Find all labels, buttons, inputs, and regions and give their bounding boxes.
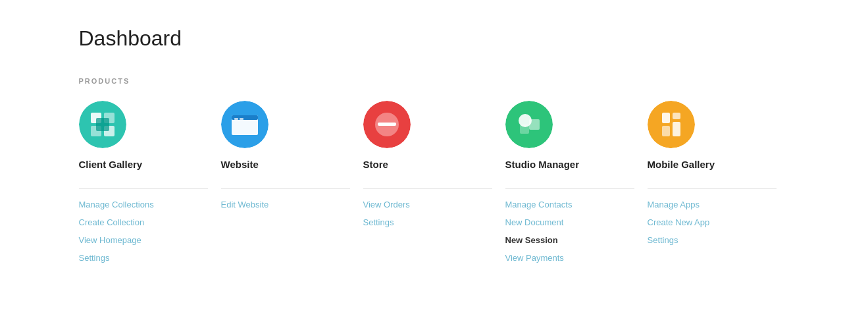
svg-rect-17 — [520, 124, 529, 134]
product-divider-studio-manager — [505, 188, 634, 189]
product-link-client-gallery-view-homepage[interactable]: View Homepage — [79, 235, 208, 245]
product-icon-studio-manager — [505, 101, 553, 148]
product-link-mobile-gallery-settings[interactable]: Settings — [648, 235, 777, 245]
products-grid: Client GalleryManage CollectionsCreate C… — [79, 101, 790, 263]
product-link-mobile-gallery-manage-apps[interactable]: Manage Apps — [648, 200, 777, 209]
svg-rect-16 — [529, 119, 540, 130]
product-link-studio-manager-new-document[interactable]: New Document — [505, 217, 634, 227]
svg-rect-5 — [96, 118, 109, 131]
product-header-website: Website — [221, 101, 350, 178]
product-link-studio-manager-new-session[interactable]: New Session — [505, 235, 634, 245]
product-links-website: Edit Website — [221, 200, 350, 209]
product-header-client-gallery: Client Gallery — [79, 101, 208, 178]
product-col-studio-manager: Studio ManagerManage ContactsNew Documen… — [505, 101, 648, 263]
product-link-client-gallery-settings[interactable]: Settings — [79, 253, 208, 263]
product-header-store: Store — [363, 101, 492, 178]
svg-rect-10 — [240, 118, 243, 120]
product-divider-website — [221, 188, 350, 189]
product-col-store: StoreView OrdersSettings — [363, 101, 505, 263]
product-header-studio-manager: Studio Manager — [505, 101, 634, 178]
product-link-store-settings[interactable]: Settings — [363, 217, 492, 227]
product-icon-store — [363, 101, 411, 148]
product-link-studio-manager-view-payments[interactable]: View Payments — [505, 253, 634, 263]
section-label: PRODUCTS — [79, 77, 790, 85]
svg-rect-13 — [378, 123, 396, 126]
product-icon-client-gallery — [79, 101, 126, 148]
product-link-mobile-gallery-create-new-app[interactable]: Create New App — [648, 217, 777, 227]
product-header-mobile-gallery: Mobile Gallery — [648, 101, 777, 178]
page-title: Dashboard — [79, 26, 790, 51]
product-link-website-edit-website[interactable]: Edit Website — [221, 200, 350, 209]
product-name-studio-manager: Studio Manager — [505, 159, 580, 170]
product-name-website: Website — [221, 159, 259, 170]
svg-rect-21 — [662, 126, 670, 136]
product-col-client-gallery: Client GalleryManage CollectionsCreate C… — [79, 101, 221, 263]
product-links-studio-manager: Manage ContactsNew DocumentNew SessionVi… — [505, 200, 634, 263]
product-name-client-gallery: Client Gallery — [79, 159, 143, 170]
product-icon-mobile-gallery — [648, 101, 695, 148]
product-col-mobile-gallery: Mobile GalleryManage AppsCreate New AppS… — [648, 101, 790, 263]
product-link-client-gallery-create-collection[interactable]: Create Collection — [79, 217, 208, 227]
product-link-studio-manager-manage-contacts[interactable]: Manage Contacts — [505, 200, 634, 209]
product-name-store: Store — [363, 159, 388, 170]
product-divider-client-gallery — [79, 188, 208, 189]
product-links-mobile-gallery: Manage AppsCreate New AppSettings — [648, 200, 777, 245]
product-link-store-view-orders[interactable]: View Orders — [363, 200, 492, 209]
product-link-client-gallery-manage-collections[interactable]: Manage Collections — [79, 200, 208, 209]
product-icon-website — [221, 101, 268, 148]
svg-point-18 — [648, 101, 695, 148]
product-name-mobile-gallery: Mobile Gallery — [648, 159, 715, 170]
svg-rect-20 — [673, 113, 680, 119]
product-divider-store — [363, 188, 492, 189]
product-links-client-gallery: Manage CollectionsCreate CollectionView … — [79, 200, 208, 263]
product-col-website: WebsiteEdit Website — [221, 101, 363, 263]
svg-rect-22 — [673, 122, 680, 136]
svg-rect-19 — [662, 113, 670, 123]
product-links-store: View OrdersSettings — [363, 200, 492, 227]
svg-rect-9 — [234, 118, 238, 120]
main-container: Dashboard PRODUCTS Client GalleryManage … — [39, 0, 829, 289]
product-divider-mobile-gallery — [648, 188, 777, 189]
